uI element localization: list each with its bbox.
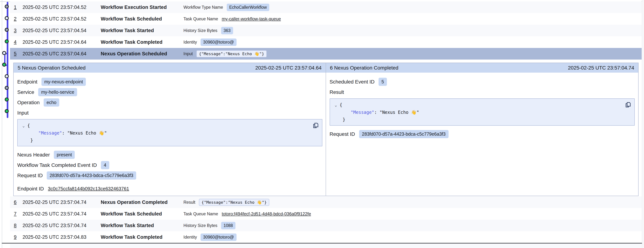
task-queue-link[interactable]: my-caller-workflow-task-queue	[222, 16, 281, 21]
field-value-badge: echo	[44, 98, 59, 107]
field-value-badge: my-nexus-endpoint	[42, 78, 86, 86]
event-timestamp: 2025-02-25 UTC 23:57:04.54	[22, 28, 101, 33]
event-timestamp: 2025-02-25 UTC 23:57:04.52	[22, 16, 101, 22]
attr-value-json-chip: {"Message":"Nexus Echo 👋"}	[199, 199, 269, 206]
event-id-link[interactable]: 5	[14, 51, 22, 57]
field-value-badge: 283fd070-d57a-4423-bdca-c5c779e6a3f3	[359, 130, 448, 138]
field-label: Scheduled Event ID	[330, 79, 375, 85]
json-key: "Message"	[38, 131, 62, 136]
event-timestamp: 2025-02-25 UTC 23:57:04.64	[22, 51, 101, 57]
event-id-link[interactable]: 6	[14, 200, 22, 205]
timeline-dot[interactable]	[2, 51, 6, 55]
timeline-dot[interactable]	[5, 109, 9, 113]
copy-icon[interactable]	[624, 101, 632, 108]
event-id-link[interactable]: 8	[14, 223, 22, 228]
event-id-link[interactable]: 9	[14, 234, 22, 240]
timeline-dot[interactable]	[5, 97, 9, 101]
attr-label: Input	[184, 51, 193, 56]
attr-value-badge: 1088	[221, 222, 236, 229]
attr-label: Task Queue Name	[184, 212, 218, 217]
endpoint-id-link[interactable]: 3c0c75ccfa8144b092c13ce632463761	[48, 186, 129, 192]
event-name: Workflow Task Started	[101, 28, 184, 33]
timeline-dot[interactable]	[2, 63, 6, 67]
timeline-dot[interactable]	[5, 39, 9, 43]
panel-timestamp: 2025-02-25 UTC 23:57:04.74	[568, 65, 634, 71]
attr-label: Result	[184, 200, 195, 205]
event-name: Nexus Operation Completed	[101, 200, 184, 205]
json-brace: {	[340, 102, 342, 107]
event-id-link[interactable]: 2	[14, 16, 22, 22]
json-value: "Nexus Echo 👋"	[380, 110, 419, 115]
attr-label: Task Queue Name	[184, 16, 218, 21]
field-label: Endpoint ID	[17, 186, 44, 192]
event-name: Nexus Operation Scheduled	[101, 51, 184, 57]
field-label: Operation	[17, 100, 40, 105]
event-row[interactable]: 7 2025-02-25 UTC 23:57:04.74 Workflow Ta…	[10, 208, 642, 220]
event-name: Workflow Task Scheduled	[101, 211, 184, 217]
event-row[interactable]: 9 2025-02-25 UTC 23:57:04.83 Workflow Ta…	[10, 231, 642, 243]
json-sep: :	[62, 131, 67, 136]
json-viewer-result: ⌄{ "Message": "Nexus Echo 👋" }	[330, 98, 635, 126]
collapse-chevron-icon[interactable]: ⌄	[335, 103, 337, 107]
event-row[interactable]: 4 2025-02-25 UTC 23:57:04.64 Workflow Ta…	[10, 36, 642, 48]
field-value-badge: 283fd070-d57a-4423-bdca-c5c779e6a3f3	[47, 171, 136, 180]
field-label: Workflow Task Completed Event ID	[17, 162, 97, 168]
event-row[interactable]: 6 2025-02-25 UTC 23:57:04.74 Nexus Opera…	[10, 197, 642, 208]
panel-header: 5 Nexus Operation Scheduled 2025-02-25 U…	[14, 63, 326, 73]
task-queue-link[interactable]: totoro:f494fecf-2d51-4d48-bdcd-036a0f912…	[222, 211, 311, 217]
attr-label: Identity	[184, 235, 197, 240]
panel-body: Scheduled Event ID 5 Result ⌄{ "Message"…	[326, 73, 638, 139]
field-label: Nexus Header	[17, 152, 50, 158]
event-row[interactable]: 1 2025-02-25 UTC 23:57:04.52 Workflow Ex…	[10, 1, 642, 13]
event-name: Workflow Execution Started	[101, 4, 184, 10]
event-timestamp: 2025-02-25 UTC 23:57:04.74	[22, 223, 101, 228]
collapse-chevron-icon[interactable]: ⌄	[22, 123, 25, 128]
panel-title: 5 Nexus Operation Scheduled	[18, 65, 86, 71]
event-id-link[interactable]: 1	[14, 4, 22, 10]
attr-label: Workflow Type Name	[184, 5, 223, 10]
event-row[interactable]: 2 2025-02-25 UTC 23:57:04.52 Workflow Ta…	[10, 13, 642, 25]
panel-body: Endpoint my-nexus-endpoint Service my-he…	[14, 73, 326, 194]
field-label: Service	[17, 89, 34, 95]
field-label: Request ID	[330, 131, 355, 137]
json-brace: }	[30, 138, 33, 143]
timeline-dot[interactable]	[5, 4, 9, 8]
json-sep: :	[374, 110, 380, 115]
event-detail-panel-completed: 6 Nexus Operation Completed 2025-02-25 U…	[326, 63, 638, 196]
vertical-scrollbar[interactable]	[642, 0, 644, 248]
event-id-link[interactable]: 4	[14, 39, 22, 45]
workflow-history-view: 1 2025-02-25 UTC 23:57:04.52 Workflow Ex…	[0, 0, 644, 248]
attr-label: History Size Bytes	[184, 223, 218, 228]
event-row[interactable]: 3 2025-02-25 UTC 23:57:04.54 Workflow Ta…	[10, 25, 642, 36]
next-row-partial	[10, 244, 642, 248]
event-timestamp: 2025-02-25 UTC 23:57:04.52	[22, 4, 101, 10]
timeline-dot[interactable]	[5, 74, 9, 78]
timeline-dot[interactable]	[5, 86, 9, 90]
json-viewer-input: ⌄{ "Message": "Nexus Echo 👋" }	[17, 119, 322, 146]
attr-label: Identity	[184, 40, 197, 45]
event-name: Workflow Task Completed	[101, 39, 184, 45]
attr-value-badge: EchoCallerWorkflow	[227, 4, 270, 11]
field-label: Result	[330, 89, 344, 95]
field-value-badge: my-hello-service	[38, 88, 77, 96]
event-row[interactable]: 8 2025-02-25 UTC 23:57:04.74 Workflow Ta…	[10, 220, 642, 231]
json-key: "Message"	[351, 110, 374, 115]
field-value-badge: present	[54, 151, 75, 159]
timeline-dot[interactable]	[5, 16, 9, 20]
panel-timestamp: 2025-02-25 UTC 23:57:04.64	[255, 65, 322, 71]
event-name: Workflow Task Started	[101, 223, 184, 228]
timeline-dot[interactable]	[5, 28, 9, 32]
event-detail-panel-scheduled: 5 Nexus Operation Scheduled 2025-02-25 U…	[14, 63, 326, 196]
table-bottom-border	[2, 243, 642, 244]
event-timestamp: 2025-02-25 UTC 23:57:04.74	[22, 200, 101, 205]
field-label: Input	[17, 110, 28, 116]
event-timestamp: 2025-02-25 UTC 23:57:04.64	[22, 39, 101, 45]
panel-header: 6 Nexus Operation Completed 2025-02-25 U…	[326, 63, 638, 73]
event-id-link[interactable]: 3	[14, 28, 22, 33]
copy-icon[interactable]	[312, 122, 319, 129]
event-id-link[interactable]: 7	[14, 211, 22, 217]
json-brace: }	[343, 117, 345, 122]
field-label: Request ID	[17, 173, 43, 179]
event-row-selected[interactable]: 5 2025-02-25 UTC 23:57:04.64 Nexus Opera…	[10, 48, 642, 59]
json-value: "Nexus Echo 👋"	[67, 131, 107, 136]
